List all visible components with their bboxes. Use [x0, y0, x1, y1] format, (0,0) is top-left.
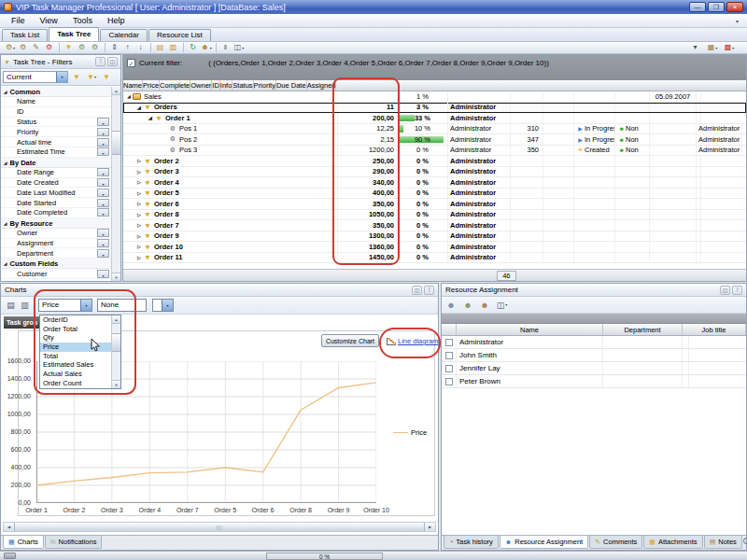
- grid-column-header[interactable]: Price: [143, 80, 160, 91]
- main-tab[interactable]: Calendar: [100, 29, 147, 41]
- filter-item[interactable]: Customer: [1, 269, 111, 279]
- tree-expander-icon[interactable]: [135, 255, 143, 260]
- filter-dropdown-button[interactable]: [97, 199, 109, 207]
- grid-column-header[interactable]: ID: [212, 80, 220, 91]
- scroll-down-icon[interactable]: ▼: [112, 380, 120, 388]
- grid-column-header[interactable]: Complete: [160, 80, 190, 91]
- edit-task-button[interactable]: ✎: [30, 42, 43, 53]
- menu-item[interactable]: File: [4, 15, 33, 26]
- filter-group-header[interactable]: Custom Fields: [1, 259, 111, 269]
- tree-expander-icon[interactable]: [147, 115, 154, 120]
- filter-preset-combo[interactable]: Current ▾: [3, 71, 68, 83]
- filter-dropdown-button[interactable]: [97, 249, 109, 258]
- filter-group-header[interactable]: By Resource: [1, 218, 111, 229]
- filter-item[interactable]: Date Last Modified: [1, 188, 111, 198]
- task-row[interactable]: Order 10 1360,00 0 % Administrator: [123, 242, 746, 253]
- current-filter-checkbox[interactable]: [127, 59, 135, 67]
- filter-group-header[interactable]: By Date: [1, 158, 111, 168]
- scroll-up-icon[interactable]: ▲: [112, 87, 120, 95]
- filter-dropdown-button[interactable]: [97, 147, 109, 156]
- menu-item[interactable]: Help: [100, 15, 133, 26]
- columns-button[interactable]: ◫ ▾: [495, 299, 509, 312]
- filter-item[interactable]: Date Created: [1, 178, 111, 189]
- dock-icon[interactable]: ◫: [720, 286, 730, 295]
- delete-task-button[interactable]: ⚙: [43, 42, 56, 53]
- menu-item[interactable]: Tools: [65, 15, 100, 26]
- resource-column-header[interactable]: [442, 324, 457, 335]
- pin-icon[interactable]: ⊤: [732, 286, 742, 295]
- move-up-button[interactable]: ↑: [121, 42, 134, 53]
- filter-item[interactable]: Department: [1, 248, 111, 259]
- filter-dropdown-button[interactable]: [97, 178, 109, 187]
- tree-expander-icon[interactable]: [135, 105, 143, 110]
- edit-resource-button[interactable]: ☻: [478, 299, 492, 312]
- resource-row[interactable]: Peter Brown: [442, 375, 746, 388]
- grid-column-header[interactable]: Due Date: [276, 80, 307, 91]
- split-view-button[interactable]: ‖: [219, 42, 233, 53]
- customize-chart-button[interactable]: Customize Chart: [321, 334, 379, 347]
- task-row[interactable]: Pos 3 1200,00 0 % Administrator 350 Crea…: [123, 146, 746, 157]
- pin-icon[interactable]: ⊤: [95, 57, 106, 66]
- scroll-up-icon[interactable]: ▲: [112, 315, 120, 324]
- menu-item[interactable]: View: [33, 15, 65, 26]
- close-button[interactable]: ×: [726, 2, 743, 12]
- chart-options-combo[interactable]: ▾: [152, 299, 174, 312]
- bottom-tab[interactable]: ✎ Comments: [589, 536, 642, 549]
- filter-dropdown-button[interactable]: [97, 239, 109, 247]
- scrollbar-thumb[interactable]: |||: [14, 523, 425, 531]
- new-task-button[interactable]: ⚙ ▾: [4, 42, 17, 53]
- scroll-right-icon[interactable]: ▶: [425, 523, 435, 531]
- clear-filter-button[interactable]: ▼▾: [85, 71, 98, 83]
- scrollbar-thumb[interactable]: [112, 333, 120, 352]
- resource-checkbox[interactable]: [445, 352, 453, 359]
- tree-expander-icon[interactable]: [135, 179, 143, 185]
- mark-incomplete-button[interactable]: ⚙: [89, 42, 102, 53]
- chart-field-combo[interactable]: Price ▾: [38, 299, 92, 312]
- grid-column-header[interactable]: Priority: [254, 80, 276, 91]
- print-chart-button[interactable]: ▤: [4, 299, 18, 312]
- mark-complete-button[interactable]: ⚙: [76, 42, 89, 53]
- grid-column-header[interactable]: Info: [220, 80, 233, 91]
- chart-horizontal-scrollbar[interactable]: ◀ ||| ▶: [3, 522, 436, 532]
- filter-item[interactable]: Assignment: [1, 239, 111, 249]
- scrollbar-thumb[interactable]: [112, 131, 120, 155]
- grid-column-header[interactable]: Assigned: [307, 80, 337, 91]
- dropdown-option[interactable]: Price: [40, 343, 111, 352]
- main-tab[interactable]: Task Tree: [49, 27, 99, 41]
- filter-item[interactable]: Date Completed: [1, 208, 111, 218]
- chevron-down-icon[interactable]: ▾: [56, 72, 67, 82]
- task-row[interactable]: Order 2 250,00 0 % Administrator: [123, 156, 746, 167]
- filter-item[interactable]: Name: [1, 97, 111, 107]
- view-preset-combo[interactable]: ▾: [689, 42, 702, 53]
- task-row[interactable]: Pos 2 2,15 90 % Administrator 347 In Pro…: [123, 134, 746, 146]
- filter-button[interactable]: ▼: [63, 42, 76, 53]
- filter-dropdown-button[interactable]: [97, 270, 109, 278]
- task-row[interactable]: Order 3 290,00 0 % Administrator: [123, 167, 746, 178]
- task-row[interactable]: Orders 11 3 % Administrator: [123, 103, 746, 114]
- dropdown-option[interactable]: Total: [40, 352, 111, 361]
- filter-item[interactable]: Date Range: [1, 168, 111, 178]
- dropdown-option[interactable]: Qty: [40, 333, 111, 343]
- task-row[interactable]: Sales 1 %: [123, 91, 746, 103]
- filter-group-header[interactable]: Common: [1, 87, 111, 97]
- group-columns-button[interactable]: ▦ ▾: [706, 42, 719, 53]
- filter-item[interactable]: Actual time: [1, 137, 111, 147]
- filter-dropdown-button[interactable]: [97, 128, 109, 136]
- chart-group-combo[interactable]: None: [97, 299, 147, 312]
- task-row[interactable]: Order 4 340,00 0 % Administrator: [123, 177, 746, 189]
- dropdown-option[interactable]: Order Total: [40, 325, 111, 334]
- resource-row[interactable]: Jennifer Lay: [442, 362, 746, 375]
- resource-row[interactable]: John Smith: [442, 349, 746, 362]
- filter-dropdown-button[interactable]: [97, 189, 109, 197]
- grid-column-header[interactable]: Owner: [190, 80, 212, 91]
- task-row[interactable]: Order 6 350,00 0 % Administrator: [123, 199, 746, 210]
- tree-expander-icon[interactable]: [135, 212, 143, 217]
- tree-expander-icon[interactable]: [135, 169, 143, 175]
- dropdown-option[interactable]: OrderID: [40, 315, 111, 325]
- tree-expander-icon[interactable]: [135, 233, 143, 239]
- tree-expander-icon[interactable]: [135, 201, 143, 206]
- refresh-button[interactable]: ↻: [187, 42, 200, 53]
- dropdown-option[interactable]: Estimated Sales: [40, 360, 111, 370]
- layout-button[interactable]: ◫ ▾: [233, 42, 246, 53]
- apply-filter-button[interactable]: ▼: [70, 71, 83, 83]
